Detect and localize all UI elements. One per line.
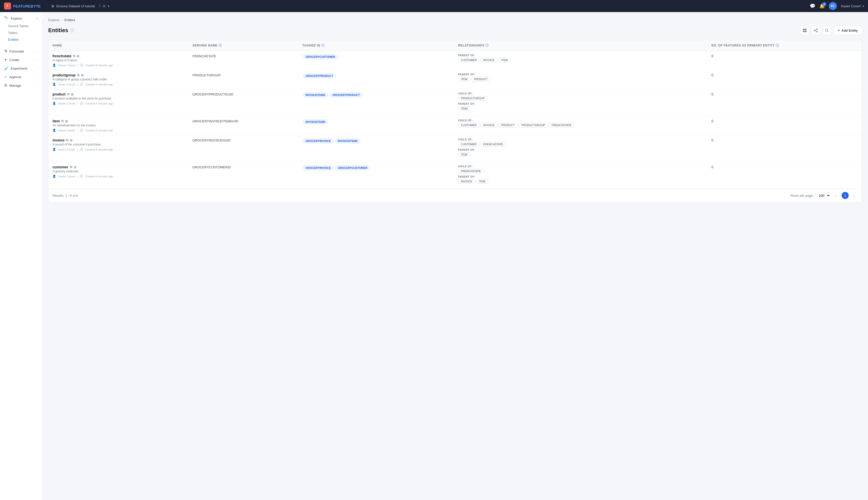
features-help-icon[interactable]: ⓘ <box>776 43 779 48</box>
tag-item[interactable]: GROCERYPRODUCT <box>329 93 363 97</box>
tag-item[interactable]: GROCERYPRODUCT <box>303 73 336 78</box>
sidebar-item-entities[interactable]: Entities <box>4 36 42 43</box>
tagged-in-help-icon[interactable]: ⓘ <box>321 43 325 48</box>
relationship-tag[interactable]: ITEM <box>498 58 510 62</box>
entity-name[interactable]: customer ⧉ ⊞ <box>53 165 184 169</box>
entity-name[interactable]: productgroup ⧉ ⊞ <box>53 73 184 77</box>
top-nav: F FEATUREBYTE 🖥 Grocery Dataset UI tutor… <box>0 0 868 12</box>
link-icon[interactable]: ⊞ <box>73 165 76 169</box>
sidebar-item-manage[interactable]: ⚙ Manage › <box>0 81 42 90</box>
entity-meta: 👤 Xavier Conort | 🕐 Created 5 minutes ag… <box>53 129 184 132</box>
tag-item[interactable]: GROCERYCUSTOMER <box>303 55 338 59</box>
entity-name[interactable]: invoice ⧉ ⊞ <box>53 138 184 142</box>
entity-serving-name: PRODUCTGROUP <box>193 73 220 77</box>
breadcrumb-parent[interactable]: Explore <box>48 18 59 22</box>
entity-serving-name: GROCERYINVOICEITEMGUID <box>193 120 238 123</box>
link-icon[interactable]: ⊞ <box>77 54 79 58</box>
link-icon[interactable]: ⊞ <box>71 92 73 96</box>
link-icon[interactable]: ⊞ <box>81 73 84 77</box>
feature-count: 0 <box>711 73 714 77</box>
relationship-tag[interactable]: FRENCHSTATE <box>549 123 575 127</box>
search-button[interactable] <box>822 26 831 35</box>
sidebar-item-create[interactable]: ✦ Create › <box>0 56 42 64</box>
relationship-section: PARENT OF:ITEM <box>458 103 703 111</box>
sidebar-item-explore[interactable]: 🔭 Explore ▾ <box>0 14 42 23</box>
next-page-button[interactable]: › <box>851 192 858 199</box>
link-icon[interactable]: ⊞ <box>70 138 72 142</box>
current-page-button[interactable]: 1 <box>842 192 849 199</box>
notification-button[interactable]: 🔔 4 <box>819 3 825 9</box>
relationship-tag[interactable]: CUSTOMER <box>458 58 479 62</box>
user-menu-chevron[interactable]: ▾ <box>863 5 864 8</box>
nav-actions: 💬 🔔 4 XC Xavier Conort ▾ <box>810 2 864 10</box>
entity-author: Xavier Conort <box>58 129 75 132</box>
tag-item[interactable]: INVOICEITEMS <box>303 93 328 97</box>
tag-item[interactable]: GROCERYINVOICE <box>303 166 334 170</box>
relationship-tag[interactable]: PRODUCTGROUP <box>518 123 548 127</box>
feature-count: 0 <box>711 138 714 142</box>
copy-icon[interactable]: ⧉ <box>67 92 69 96</box>
relationship-tag[interactable]: FRENCHSTATE <box>458 169 484 173</box>
tag-item[interactable]: GROCERYINVOICE <box>303 139 334 143</box>
table-view-button[interactable] <box>800 26 809 35</box>
entity-name[interactable]: item ⧉ ⊞ <box>53 119 184 123</box>
rows-per-page-select[interactable]: 100 50 25 <box>815 192 831 199</box>
relationship-tag[interactable]: FRENCHSTATE <box>481 142 506 147</box>
table-body: frenchstate ⧉ ⊞ A region in France 👤 Xav… <box>48 51 862 189</box>
relationship-tag[interactable]: PRODUCT <box>498 123 517 127</box>
entity-relationships-cell: CHILD OF:FRENCHSTATEPARENT OF:INVOICEITE… <box>454 162 707 189</box>
copy-icon[interactable]: ⧉ <box>61 119 63 123</box>
entity-description: A category or group a product falls unde… <box>53 78 184 81</box>
relationships-help-icon[interactable]: ⓘ <box>485 43 489 48</box>
copy-icon[interactable]: ⧉ <box>73 54 75 58</box>
relationship-tag[interactable]: ITEM <box>476 179 488 184</box>
entity-name[interactable]: product ⧉ ⊞ <box>53 92 184 96</box>
relationship-tag[interactable]: INVOICE <box>458 179 475 184</box>
entity-name[interactable]: frenchstate ⧉ ⊞ <box>53 54 184 58</box>
relationship-tag[interactable]: ITEM <box>458 152 470 157</box>
relationship-tag[interactable]: ITEM <box>458 77 470 81</box>
relationship-tag[interactable]: PRODUCTGROUP <box>458 96 487 101</box>
create-icon: ✦ <box>4 58 7 62</box>
sidebar-item-source-tables[interactable]: Source Tables <box>4 23 42 30</box>
settings-icon[interactable]: ⚙ <box>103 4 106 8</box>
sidebar-item-formulate[interactable]: ⚗ Formulate › <box>0 47 42 56</box>
copy-icon[interactable]: ⧉ <box>66 138 68 142</box>
tag-item[interactable]: GROCERYCUSTOMER <box>335 166 370 170</box>
relationship-type-label: PARENT OF: <box>458 175 703 178</box>
serving-name-help-icon[interactable]: ⓘ <box>219 43 222 48</box>
tag-item[interactable]: INVOICEITEMS <box>303 120 328 124</box>
entity-tagged-in-cell: INVOICEITEMS <box>298 116 454 135</box>
sidebar-item-experiment[interactable]: 🧪 Experiment › <box>0 64 42 72</box>
entity-tagged-in-cell: INVOICEITEMSGROCERYPRODUCT <box>298 89 454 116</box>
formulate-icon: ⚗ <box>4 49 7 54</box>
page-header: Entities ⓘ + <box>48 26 862 35</box>
relationship-tag[interactable]: PRODUCT <box>471 77 490 81</box>
chevron-down-icon[interactable]: ▾ <box>108 4 109 8</box>
copy-icon[interactable]: ⧉ <box>77 73 79 77</box>
entity-name-cell: customer ⧉ ⊞ A grocery customer 👤 Xavier… <box>48 162 188 189</box>
chat-button[interactable]: 💬 <box>810 3 815 9</box>
tag-item[interactable]: INVOICEITEMS <box>335 139 360 143</box>
sidebar-item-tables[interactable]: Tables <box>4 30 42 36</box>
entity-created: Created 5 minutes ago <box>85 129 113 132</box>
graph-view-button[interactable] <box>811 26 820 35</box>
header-actions: + Add Entity <box>800 26 862 35</box>
relationship-tag[interactable]: INVOICE <box>481 123 497 127</box>
relationship-tags: ITEMPRODUCT <box>458 77 703 81</box>
user-icon: 👤 <box>53 175 56 178</box>
add-entity-button[interactable]: + Add Entity <box>833 26 862 35</box>
relationship-tag[interactable]: CUSTOMER <box>458 123 479 127</box>
relationship-tag[interactable]: INVOICE <box>481 58 497 62</box>
sidebar-item-approve[interactable]: ✓ Approve › <box>0 72 42 81</box>
copy-icon[interactable]: ⧉ <box>70 165 72 169</box>
link-icon[interactable]: ⊞ <box>65 120 68 123</box>
col-features: No. of Features as Primary Entity ⓘ <box>707 40 862 51</box>
experiment-icon: 🧪 <box>4 66 9 71</box>
explore-chevron: ▾ <box>37 17 38 20</box>
relationship-tag[interactable]: ITEM <box>458 106 470 111</box>
page-help-icon[interactable]: ⓘ <box>70 28 74 33</box>
relationship-tag[interactable]: CUSTOMER <box>458 142 479 147</box>
relationship-section: CHILD OF:FRENCHSTATE <box>458 165 703 173</box>
prev-page-button[interactable]: ‹ <box>833 192 840 199</box>
